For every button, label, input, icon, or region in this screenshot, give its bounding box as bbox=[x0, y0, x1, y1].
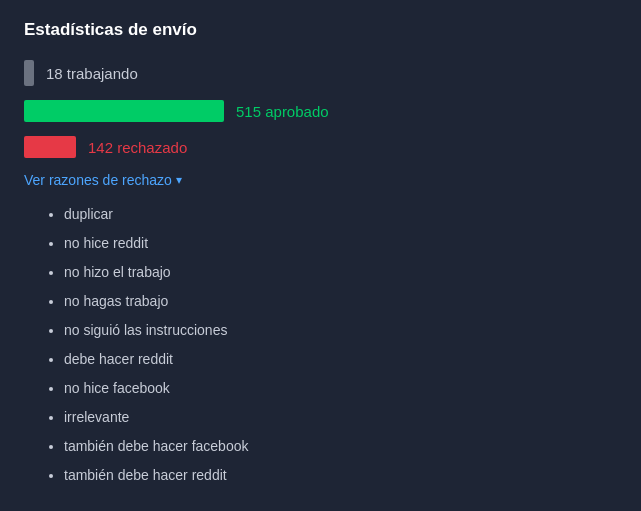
reasons-toggle[interactable]: Ver razones de rechazo ▾ bbox=[24, 172, 617, 188]
reasons-list: duplicarno hice redditno hizo el trabajo… bbox=[24, 204, 617, 486]
rejected-stat: 142 rechazado bbox=[24, 136, 617, 158]
reasons-toggle-label: Ver razones de rechazo bbox=[24, 172, 172, 188]
approved-stat: 515 aprobado bbox=[24, 100, 617, 122]
chevron-down-icon: ▾ bbox=[176, 173, 182, 187]
approved-label: 515 aprobado bbox=[236, 103, 329, 120]
list-item: duplicar bbox=[64, 204, 617, 225]
list-item: también debe hacer reddit bbox=[64, 465, 617, 486]
list-item: no hagas trabajo bbox=[64, 291, 617, 312]
working-stat: 18 trabajando bbox=[24, 60, 617, 86]
list-item: también debe hacer facebook bbox=[64, 436, 617, 457]
page-title: Estadísticas de envío bbox=[24, 20, 617, 40]
list-item: no hizo el trabajo bbox=[64, 262, 617, 283]
list-item: no hice facebook bbox=[64, 378, 617, 399]
working-icon bbox=[24, 60, 34, 86]
working-label: 18 trabajando bbox=[46, 65, 138, 82]
list-item: no siguió las instrucciones bbox=[64, 320, 617, 341]
rejected-label: 142 rechazado bbox=[88, 139, 187, 156]
rejected-bar bbox=[24, 136, 76, 158]
list-item: debe hacer reddit bbox=[64, 349, 617, 370]
list-item: no hice reddit bbox=[64, 233, 617, 254]
approved-bar bbox=[24, 100, 224, 122]
list-item: irrelevante bbox=[64, 407, 617, 428]
